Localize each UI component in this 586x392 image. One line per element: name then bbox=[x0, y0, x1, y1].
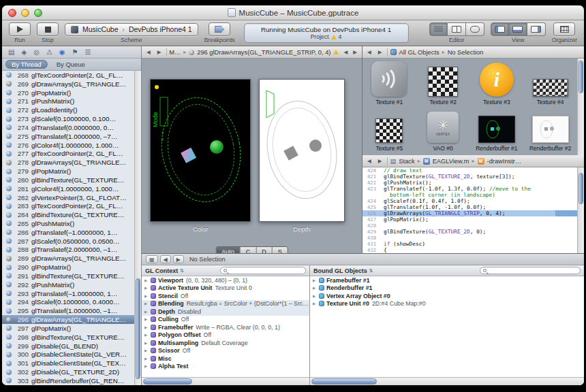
call-row[interactable]: 278glDrawArrays(GL_TRIANGLE… bbox=[2, 158, 134, 167]
call-row[interactable]: 275glTranslatef(1.0000000, –7… bbox=[2, 132, 134, 141]
call-row[interactable]: 273glScalef(0.1000000, 0.100… bbox=[2, 114, 134, 123]
buffers-toggle-icon[interactable]: ▦ bbox=[146, 255, 158, 263]
state-row[interactable]: ▶Alpha Test bbox=[142, 363, 309, 371]
call-row[interactable]: 289glDrawArrays(GL_TRIANGLE… bbox=[2, 254, 134, 263]
warning-icon[interactable] bbox=[331, 35, 337, 39]
run-button[interactable] bbox=[9, 22, 31, 36]
objects-scrollbar[interactable] bbox=[577, 59, 584, 155]
stop-button[interactable] bbox=[37, 22, 59, 36]
gl-object-item[interactable]: Renderbuffer #2 bbox=[523, 109, 577, 155]
call-row[interactable]: 274glTranslatef(0.0000000, 0… bbox=[2, 123, 134, 132]
titlebar[interactable]: MusicCube – MusicCube.gputrace bbox=[2, 5, 584, 20]
bound-objects-search[interactable] bbox=[480, 267, 581, 274]
debug-navigator-icon[interactable]: ◉ bbox=[59, 48, 65, 56]
state-row[interactable]: ▶ScissorOff bbox=[142, 347, 309, 355]
call-row[interactable]: 290glPopMatrix() bbox=[2, 263, 134, 272]
state-row[interactable]: ▶Framebuffer #1 bbox=[310, 276, 584, 284]
search-navigator-icon[interactable]: ◎ bbox=[33, 48, 40, 56]
bound-objects-hscrollbar[interactable] bbox=[310, 377, 584, 385]
state-row[interactable]: ▶Renderbuffer #1 bbox=[310, 284, 584, 293]
color-buffer-preview[interactable]: Mode 1 2 bbox=[150, 79, 251, 222]
call-row[interactable]: 291glBindTexture(GL_TEXTURE… bbox=[2, 272, 134, 280]
previous-call-button[interactable]: ◀ bbox=[341, 49, 350, 55]
state-row[interactable]: ▶DepthDisabled bbox=[142, 308, 309, 316]
breadcrumb-call[interactable]: 296 glDrawArrays(GL_TRIANGLE_STRIP, 0, 4… bbox=[197, 49, 330, 56]
state-row[interactable]: ▶Viewport(0, 0, 320, 480) – (0, 1) bbox=[142, 276, 309, 284]
state-row[interactable]: ▶MultisamplingDefault Coverage bbox=[142, 339, 309, 347]
call-row[interactable]: 287glScalef(0.0500000, 0.0500… bbox=[2, 237, 134, 246]
next-call-button[interactable]: ▶ bbox=[351, 49, 359, 55]
forward-button[interactable]: ▶ bbox=[376, 158, 384, 164]
disclosure-triangle-icon[interactable]: ▶ bbox=[144, 341, 151, 345]
call-row[interactable]: 277glTexCoordPointer(2, GL_FL… bbox=[2, 149, 134, 158]
state-row[interactable]: ▶CullingOff bbox=[142, 316, 309, 324]
disclosure-triangle-icon[interactable]: ▶ bbox=[313, 286, 319, 290]
state-row[interactable]: ▶BlendingResult.rgba = SrcColor + (DstCo… bbox=[142, 300, 309, 308]
disclosure-triangle-icon[interactable]: ▶ bbox=[144, 310, 151, 314]
call-row[interactable]: 281glColor4f(1.0000000, 1.000… bbox=[2, 184, 134, 193]
project-navigator-icon[interactable]: ▤ bbox=[8, 48, 14, 56]
scrollbar-thumb[interactable] bbox=[579, 61, 583, 93]
call-row[interactable]: 302glDisable(GL_TEXTURE_2D) bbox=[2, 368, 134, 376]
call-row[interactable]: 284glBindTexture(GL_TEXTURE… bbox=[2, 210, 134, 219]
toggle-utilities-button[interactable] bbox=[527, 22, 546, 36]
breakpoint-navigator-icon[interactable]: ⚑ bbox=[72, 48, 78, 56]
warning-icon[interactable] bbox=[333, 50, 339, 54]
disclosure-triangle-icon[interactable]: ▶ bbox=[144, 294, 151, 298]
warning-count[interactable]: 4 bbox=[339, 33, 342, 40]
gl-object-item[interactable]: Texture #4 bbox=[523, 59, 577, 109]
call-row[interactable]: 295glTranslatef(1.0000000, –1… bbox=[2, 306, 134, 315]
version-editor-button[interactable] bbox=[466, 22, 484, 36]
state-row[interactable]: ▶StencilOff bbox=[142, 292, 309, 300]
call-row[interactable]: 303glBindRenderbuffer(GL_REN… bbox=[2, 376, 134, 385]
call-row[interactable]: 300glDisableClientState(GL_VER… bbox=[2, 350, 134, 359]
breadcrumb-selection[interactable]: No Selection bbox=[448, 49, 484, 56]
call-row[interactable]: 297glPopMatrix() bbox=[2, 324, 134, 333]
call-row[interactable]: 280glBindTexture(GL_TEXTURE… bbox=[2, 176, 134, 184]
symbol-navigator-icon[interactable]: ◈ bbox=[21, 48, 27, 56]
scrollbar-thumb[interactable] bbox=[136, 278, 140, 379]
disclosure-triangle-icon[interactable]: ▶ bbox=[144, 325, 151, 329]
tab-by-thread[interactable]: By Thread bbox=[5, 60, 48, 69]
call-row[interactable]: 269glDrawArrays(GL_TRIANGLE… bbox=[2, 80, 134, 88]
breadcrumb-stack[interactable]: Stack bbox=[399, 158, 414, 165]
back-button[interactable]: ◀ bbox=[144, 49, 153, 55]
gl-context-search-input[interactable] bbox=[229, 267, 303, 274]
disclosure-triangle-icon[interactable]: ▶ bbox=[144, 357, 151, 361]
call-row[interactable]: 279glPopMatrix() bbox=[2, 167, 134, 176]
bound-objects-search-input[interactable] bbox=[489, 267, 577, 274]
depth-buffer-preview[interactable] bbox=[259, 79, 345, 222]
disclosure-triangle-icon[interactable]: ▶ bbox=[144, 333, 151, 337]
standard-editor-button[interactable] bbox=[429, 22, 448, 36]
sidebar-scrollbar[interactable] bbox=[134, 71, 141, 385]
gl-object-item[interactable]: Renderbuffer #1 bbox=[470, 109, 524, 155]
step-back-icon[interactable]: ◀ bbox=[160, 255, 171, 263]
call-row[interactable]: 299glDisable(GL_BLEND) bbox=[2, 342, 134, 350]
forward-button[interactable]: ▶ bbox=[155, 49, 164, 55]
call-row[interactable]: 301glDisableClientState(GL_TEX… bbox=[2, 359, 134, 368]
scheme-selector[interactable]: MusicCube › DevPubs iPhone4 1 bbox=[65, 23, 198, 36]
call-row[interactable]: 276glColor4f(1.0000000, 1.000… bbox=[2, 141, 134, 150]
back-button[interactable]: ◀ bbox=[365, 49, 373, 55]
state-row[interactable]: ▶FramebufferWrite – RGBA, Clear (0, 0, 0… bbox=[142, 323, 309, 331]
disclosure-triangle-icon[interactable]: ▶ bbox=[144, 364, 151, 368]
call-row[interactable]: 270glPopMatrix() bbox=[2, 88, 134, 97]
call-row[interactable]: 286glTranslatef(–1.0000000, 1… bbox=[2, 228, 134, 237]
scrollbar-thumb[interactable] bbox=[579, 173, 583, 204]
state-row[interactable]: ▶Misc bbox=[142, 355, 309, 363]
state-row[interactable]: ▶Polygon OffsetOff bbox=[142, 331, 309, 340]
source-editor[interactable]: 420// draw text421glBindTexture(GL_TEXTU… bbox=[363, 167, 577, 253]
call-row[interactable]: 282glVertexPointer(3, GL_FLOAT… bbox=[2, 193, 134, 202]
breadcrumb-all-objects[interactable]: All GL Objects bbox=[399, 49, 440, 56]
disclosure-triangle-icon[interactable]: ▶ bbox=[144, 348, 151, 353]
disclosure-triangle-icon[interactable]: ▶ bbox=[313, 278, 319, 282]
gl-context-hscrollbar[interactable] bbox=[142, 377, 309, 385]
disclosure-triangle-icon[interactable]: ▶ bbox=[313, 301, 319, 306]
call-row[interactable]: 298glBindTexture(GL_TEXTURE… bbox=[2, 333, 134, 342]
call-row[interactable]: 296glDrawArrays(GL_TRIANGLE… bbox=[2, 315, 134, 324]
breadcrumb-app[interactable]: M… bbox=[169, 49, 181, 56]
disclosure-triangle-icon[interactable]: ▶ bbox=[144, 301, 151, 306]
gl-object-item[interactable]: ✳VERTEXVAO #0 bbox=[416, 109, 470, 155]
gl-object-item[interactable]: Texture #5 bbox=[363, 109, 416, 155]
gl-object-item[interactable]: iTexture #3 bbox=[470, 59, 524, 109]
